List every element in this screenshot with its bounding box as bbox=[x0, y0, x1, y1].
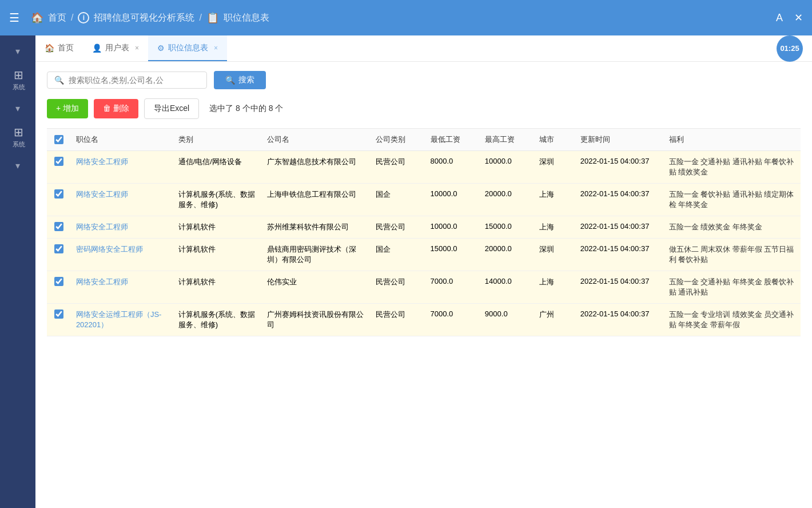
col-header-update: 更新时间 bbox=[576, 129, 664, 151]
row-company-type-3: 国企 bbox=[371, 239, 425, 271]
job-link-1[interactable]: 网络安全工程师 bbox=[76, 190, 128, 199]
breadcrumb-sep-1: / bbox=[71, 13, 73, 23]
row-category-0: 通信/电信/网络设备 bbox=[174, 151, 262, 184]
add-button[interactable]: + 增加 bbox=[47, 99, 88, 118]
table-row: 网络安全运维工程师（JS-202201） 计算机服务(系统、数据服务、维修) 广… bbox=[47, 304, 801, 336]
row-checkbox-1[interactable] bbox=[54, 189, 63, 199]
row-job-4: 网络安全工程师 bbox=[71, 271, 174, 304]
row-category-3: 计算机软件 bbox=[174, 239, 262, 271]
search-input[interactable] bbox=[69, 76, 200, 85]
tab-home-icon: 🏠 bbox=[45, 43, 54, 53]
breadcrumb-system[interactable]: 招聘信息可视化分析系统 bbox=[94, 12, 194, 24]
breadcrumb-page[interactable]: 职位信息表 bbox=[224, 12, 269, 24]
sidebar-collapse-1[interactable]: ▾ bbox=[0, 41, 35, 61]
tab-job-label: 职位信息表 bbox=[168, 43, 208, 53]
search-input-wrap[interactable]: 🔍 bbox=[47, 72, 207, 89]
row-city-4: 上海 bbox=[535, 271, 576, 304]
menu-icon[interactable]: ☰ bbox=[9, 11, 19, 25]
row-job-5: 网络安全运维工程师（JS-202201） bbox=[71, 304, 174, 336]
col-header-job: 职位名 bbox=[71, 129, 174, 151]
row-max-salary-0: 10000.0 bbox=[480, 151, 535, 184]
row-company-type-4: 民营公司 bbox=[371, 271, 425, 304]
row-welfare-4: 五险一金 交通补贴 年终奖金 股餐饮补贴 通讯补贴 bbox=[664, 271, 801, 304]
breadcrumb-home[interactable]: 首页 bbox=[48, 12, 66, 24]
tab-job-close[interactable]: × bbox=[214, 44, 218, 52]
tab-user-icon: 👤 bbox=[92, 43, 102, 53]
col-header-category: 类别 bbox=[174, 129, 262, 151]
row-checkbox-2[interactable] bbox=[54, 222, 63, 231]
action-row: + 增加 🗑 删除 导出Excel 选中了 8 个中的 8 个 bbox=[47, 98, 801, 119]
row-max-salary-2: 15000.0 bbox=[480, 216, 535, 239]
col-header-company: 公司名 bbox=[262, 129, 372, 151]
sidebar-collapse-2[interactable]: ▾ bbox=[0, 98, 35, 118]
col-header-min-salary: 最低工资 bbox=[426, 129, 480, 151]
row-checkbox-cell bbox=[47, 271, 71, 304]
job-link-0[interactable]: 网络安全工程师 bbox=[76, 157, 128, 166]
sidebar-collapse-3[interactable]: ▾ bbox=[0, 156, 35, 176]
table-row: 网络安全工程师 通信/电信/网络设备 广东智越信息技术有限公司 民营公司 800… bbox=[47, 151, 801, 184]
layout: ▾ ⊞ 系统 ▾ ⊞ 系统 ▾ 🏠 首页 👤 用户表 × ⚙ 职位信息 bbox=[0, 35, 812, 508]
job-link-5[interactable]: 网络安全运维工程师（JS-202201） bbox=[76, 310, 162, 329]
row-welfare-2: 五险一金 绩效奖金 年终奖金 bbox=[664, 216, 801, 239]
row-company-0: 广东智越信息技术有限公司 bbox=[262, 151, 372, 184]
font-icon[interactable]: A bbox=[776, 12, 783, 24]
row-company-2: 苏州维莱科软件有限公司 bbox=[262, 216, 372, 239]
row-checkbox-cell bbox=[47, 216, 71, 239]
table-header-row: 职位名 类别 公司名 公司类别 最低工资 最高工资 城市 更新时间 福利 bbox=[47, 129, 801, 151]
export-button[interactable]: 导出Excel bbox=[144, 98, 199, 119]
row-welfare-1: 五险一金 餐饮补贴 通讯补贴 绩定期体检 年终奖金 bbox=[664, 184, 801, 216]
row-company-type-0: 民营公司 bbox=[371, 151, 425, 184]
row-city-5: 广州 bbox=[535, 304, 576, 336]
row-min-salary-0: 8000.0 bbox=[426, 151, 480, 184]
row-update-3: 2022-01-15 04:00:37 bbox=[576, 239, 664, 271]
row-min-salary-4: 7000.0 bbox=[426, 271, 480, 304]
tab-user-close[interactable]: × bbox=[135, 44, 139, 52]
sidebar-icon-1: ⊞ bbox=[14, 68, 23, 82]
row-max-salary-1: 20000.0 bbox=[480, 184, 535, 216]
tab-user[interactable]: 👤 用户表 × bbox=[83, 35, 148, 61]
row-checkbox-cell bbox=[47, 239, 71, 271]
row-update-0: 2022-01-15 04:00:37 bbox=[576, 151, 664, 184]
row-company-4: 伦伟实业 bbox=[262, 271, 372, 304]
row-checkbox-4[interactable] bbox=[54, 277, 63, 286]
row-checkbox-0[interactable] bbox=[54, 157, 63, 166]
row-city-1: 上海 bbox=[535, 184, 576, 216]
row-job-0: 网络安全工程师 bbox=[71, 151, 174, 184]
job-link-4[interactable]: 网络安全工程师 bbox=[76, 277, 128, 286]
row-checkbox-5[interactable] bbox=[54, 309, 63, 319]
search-btn-label: 搜索 bbox=[238, 75, 254, 85]
row-job-3: 密码网络安全工程师 bbox=[71, 239, 174, 271]
col-header-max-salary: 最高工资 bbox=[480, 129, 535, 151]
header-bar: ☰ 🏠 首页 / i 招聘信息可视化分析系统 / 📋 职位信息表 A ✕ bbox=[0, 0, 812, 35]
row-checkbox-3[interactable] bbox=[54, 244, 63, 253]
sidebar-item-2[interactable]: ⊞ 系统 bbox=[0, 118, 35, 156]
search-btn-icon: 🔍 bbox=[225, 76, 235, 85]
header-actions: A ✕ bbox=[776, 11, 803, 24]
search-button[interactable]: 🔍 搜索 bbox=[214, 71, 266, 89]
timer-badge: 01:25 bbox=[777, 35, 803, 62]
tab-job[interactable]: ⚙ 职位信息表 × bbox=[148, 35, 227, 61]
row-category-5: 计算机服务(系统、数据服务、维修) bbox=[174, 304, 262, 336]
job-link-3[interactable]: 密码网络安全工程师 bbox=[76, 245, 143, 253]
tab-home[interactable]: 🏠 首页 bbox=[35, 35, 83, 61]
row-company-type-2: 民营公司 bbox=[371, 216, 425, 239]
row-city-3: 深圳 bbox=[535, 239, 576, 271]
table-row: 网络安全工程师 计算机服务(系统、数据服务、维修) 上海申铁信息工程有限公司 国… bbox=[47, 184, 801, 216]
row-category-1: 计算机服务(系统、数据服务、维修) bbox=[174, 184, 262, 216]
table-row: 网络安全工程师 计算机软件 苏州维莱科软件有限公司 民营公司 10000.0 1… bbox=[47, 216, 801, 239]
col-header-checkbox bbox=[47, 129, 71, 151]
col-header-company-type: 公司类别 bbox=[371, 129, 425, 151]
row-welfare-5: 五险一金 专业培训 绩效奖金 员交通补贴 年终奖金 带薪年假 bbox=[664, 304, 801, 336]
delete-button[interactable]: 🗑 删除 bbox=[94, 99, 138, 118]
row-category-4: 计算机软件 bbox=[174, 271, 262, 304]
row-max-salary-4: 14000.0 bbox=[480, 271, 535, 304]
col-header-welfare: 福利 bbox=[664, 129, 801, 151]
search-row: 🔍 🔍 搜索 bbox=[47, 71, 801, 89]
sidebar-item-1[interactable]: ⊞ 系统 bbox=[0, 61, 35, 98]
job-link-2[interactable]: 网络安全工程师 bbox=[76, 223, 128, 231]
row-company-5: 广州赛姆科技资讯股份有限公司 bbox=[262, 304, 372, 336]
row-max-salary-5: 9000.0 bbox=[480, 304, 535, 336]
select-all-checkbox[interactable] bbox=[54, 135, 63, 144]
row-min-salary-3: 15000.0 bbox=[426, 239, 480, 271]
close-icon[interactable]: ✕ bbox=[794, 11, 803, 24]
